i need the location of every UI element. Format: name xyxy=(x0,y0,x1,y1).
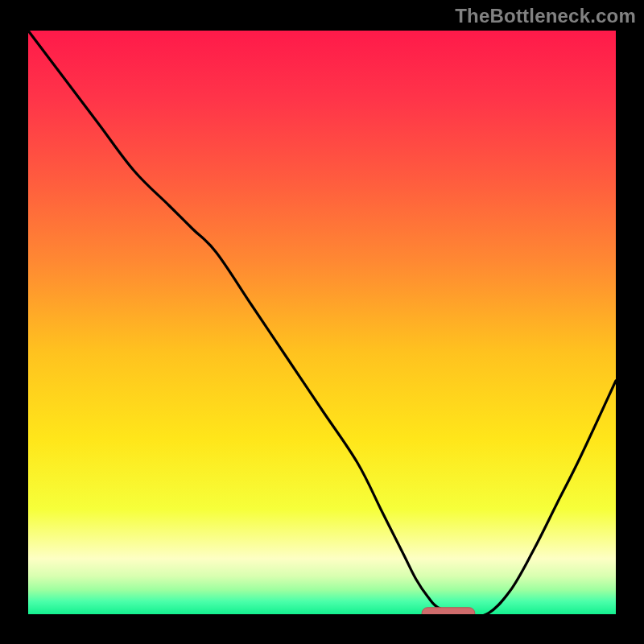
bottleneck-chart xyxy=(0,0,644,644)
gradient-background xyxy=(28,31,616,614)
chart-frame: { "watermark": "TheBottleneck.com", "col… xyxy=(0,0,644,644)
optimal-marker xyxy=(422,608,475,620)
